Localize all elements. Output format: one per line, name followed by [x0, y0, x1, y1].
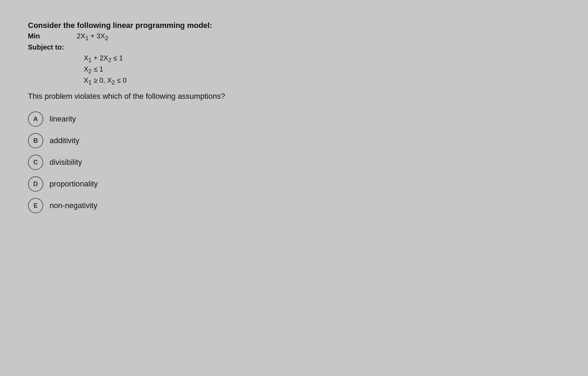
option-c-letter: C	[34, 159, 38, 166]
option-a-letter: A	[34, 116, 38, 123]
option-c-label: divisibility	[50, 158, 82, 167]
constraints-block: X1 + 2X2 ≤ 1 X2 ≤ 1 X1 ≥ 0, X2 ≤ 0	[28, 54, 225, 86]
option-a-circle[interactable]: A	[28, 111, 43, 127]
option-e-circle[interactable]: E	[28, 198, 43, 213]
option-c[interactable]: C divisibility	[28, 155, 225, 170]
constraint-1: X1 + 2X2 ≤ 1	[84, 54, 225, 64]
option-c-circle[interactable]: C	[28, 155, 43, 170]
objective-function: 2X1 + 3X2	[77, 32, 108, 42]
options-list: A linearity B additivity C divisibility …	[28, 111, 225, 213]
constraint-3: X1 ≥ 0, X2 ≤ 0	[84, 76, 225, 86]
min-label: Min	[28, 32, 56, 42]
option-d[interactable]: D proportionality	[28, 176, 225, 192]
constraint-2: X2 ≤ 1	[84, 65, 225, 75]
option-e-label: non-negativity	[50, 201, 97, 210]
objective-line: Min 2X1 + 3X2	[28, 32, 225, 42]
question-text: This problem violates which of the follo…	[28, 92, 225, 101]
option-e[interactable]: E non-negativity	[28, 198, 225, 213]
option-e-letter: E	[34, 202, 38, 209]
option-d-circle[interactable]: D	[28, 176, 43, 192]
subject-label: Subject to:	[28, 43, 225, 51]
option-b-circle[interactable]: B	[28, 133, 43, 148]
main-content: Consider the following linear programmin…	[28, 21, 225, 213]
option-a-label: linearity	[50, 115, 76, 124]
intro-text: Consider the following linear programmin…	[28, 21, 225, 30]
option-d-letter: D	[34, 180, 38, 188]
option-a[interactable]: A linearity	[28, 111, 225, 127]
option-b-letter: B	[34, 137, 38, 145]
option-d-label: proportionality	[50, 179, 98, 189]
option-b[interactable]: B additivity	[28, 133, 225, 148]
option-b-label: additivity	[50, 136, 80, 145]
